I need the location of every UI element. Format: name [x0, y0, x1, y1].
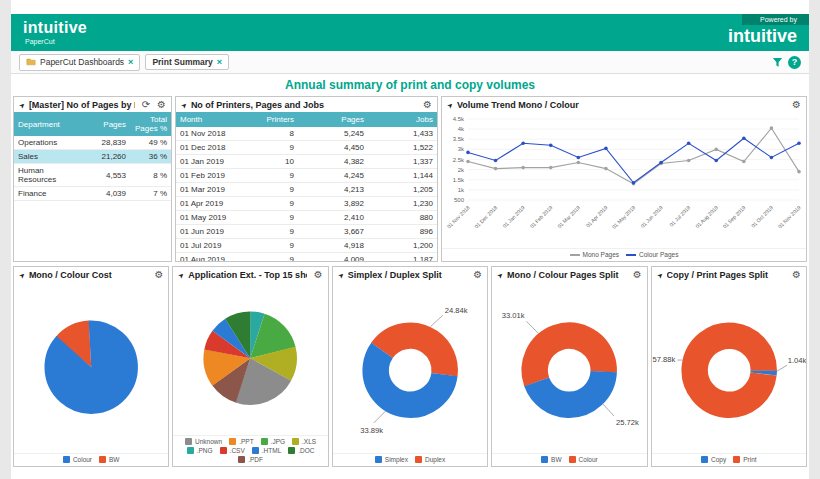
simplex-duplex-donut[interactable]: 24.84k33.89k — [333, 282, 487, 453]
panel-title: No of Printers, Pages and Jobs — [191, 100, 416, 110]
legend-item: Mono Pages — [570, 251, 620, 258]
svg-text:01 Oct 2019: 01 Oct 2019 — [750, 204, 774, 228]
legend-item: .XLS — [292, 438, 316, 445]
column-header[interactable]: Month — [176, 112, 252, 127]
table-row[interactable]: Human Resources4,5538 % — [14, 164, 171, 187]
help-icon[interactable]: ? — [788, 56, 801, 69]
drilldown-arrow-icon: ➤ — [17, 270, 26, 279]
svg-text:01 Aug 2019: 01 Aug 2019 — [694, 204, 719, 229]
panel-title: Application Ext. - Top 15 shown — [188, 270, 307, 280]
table-row[interactable]: 01 Nov 201885,2451,433 — [176, 127, 437, 141]
legend-item: Duplex — [415, 456, 445, 463]
column-header[interactable]: Pages — [86, 112, 130, 136]
svg-text:1.04k: 1.04k — [787, 356, 806, 365]
close-icon[interactable]: × — [217, 58, 222, 67]
svg-text:01 Apr 2019: 01 Apr 2019 — [585, 204, 609, 228]
brand-logo: intuitive PaperCut — [23, 14, 87, 51]
table-row[interactable]: 01 Mar 201994,2131,205 — [176, 183, 437, 197]
mono-colour-cost-pie[interactable] — [14, 282, 168, 453]
panel-title: Copy / Print Pages Split — [667, 270, 786, 280]
close-icon[interactable]: × — [128, 58, 133, 67]
drilldown-arrow-icon: ➤ — [496, 270, 505, 279]
table-row[interactable]: 01 Aug 201994,0091,187 — [176, 253, 437, 262]
panel-volume-trend: ➤ Volume Trend Mono / Colour ⚙ 5001k1.5k… — [441, 96, 807, 262]
table-row[interactable]: 01 Feb 201994,2451,144 — [176, 169, 437, 183]
intuitive-logo: intuitive — [23, 20, 87, 36]
legend-item: .PDF — [238, 456, 263, 463]
svg-text:01 Mar 2019: 01 Mar 2019 — [556, 204, 581, 229]
table-row[interactable]: 01 Jan 2019104,3821,337 — [176, 155, 437, 169]
table-row[interactable]: 01 May 201992,410880 — [176, 211, 437, 225]
column-header[interactable]: Department — [14, 112, 86, 136]
gear-icon[interactable]: ⚙ — [633, 270, 642, 280]
refresh-icon[interactable]: ⟳ — [142, 100, 150, 110]
chart-legend: Mono PagesColour Pages — [442, 248, 806, 261]
legend-item: .JPG — [261, 438, 285, 445]
gear-icon[interactable]: ⚙ — [792, 270, 801, 280]
panel-pages-by-department: ➤ [Master] No of Pages by Department ⟳ ⚙… — [13, 96, 172, 262]
svg-text:24.84k: 24.84k — [445, 307, 468, 316]
legend-item: Copy — [701, 456, 726, 463]
table-row[interactable]: 01 Dec 201894,4501,522 — [176, 141, 437, 155]
svg-text:01 Sep 2019: 01 Sep 2019 — [721, 204, 746, 229]
panel-printers-pages-jobs: ➤ No of Printers, Pages and Jobs ⚙ Month… — [175, 96, 438, 262]
column-header[interactable]: Total Pages % — [130, 112, 171, 136]
column-header[interactable]: Jobs — [368, 112, 437, 127]
gear-icon[interactable]: ⚙ — [157, 100, 166, 110]
copy-print-pages-donut[interactable]: 57.88k1.04k — [652, 282, 806, 453]
tab-print-summary[interactable]: Print Summary × — [145, 54, 229, 70]
panel-mono-colour-cost: ➤ Mono / Colour Cost ⚙ ColourBW — [13, 266, 169, 467]
chart-legend: BWColour — [492, 453, 646, 466]
svg-text:4.5k: 4.5k — [453, 116, 465, 122]
top-panel-row: ➤ [Master] No of Pages by Department ⟳ ⚙… — [11, 96, 809, 262]
department-table[interactable]: DepartmentPagesTotal Pages %Operations28… — [14, 112, 171, 261]
page-title: Annual summary of print and copy volumes — [11, 74, 809, 96]
chart-legend: SimplexDuplex — [333, 453, 487, 466]
panel-title: Mono / Colour Pages Split — [507, 270, 626, 280]
gear-icon[interactable]: ⚙ — [473, 270, 482, 280]
filter-funnel-icon[interactable] — [772, 57, 783, 68]
app-header: intuitive PaperCut Powered by intuitive — [11, 14, 809, 51]
gear-icon[interactable]: ⚙ — [314, 270, 323, 280]
svg-text:33.89k: 33.89k — [360, 427, 383, 436]
legend-item: BW — [99, 456, 119, 463]
svg-text:3.5k: 3.5k — [453, 136, 465, 142]
gear-icon[interactable]: ⚙ — [154, 270, 163, 280]
drilldown-arrow-icon: ➤ — [177, 270, 186, 279]
svg-text:57.88k: 57.88k — [652, 355, 675, 364]
gear-icon[interactable]: ⚙ — [423, 100, 432, 110]
legend-item: Simplex — [375, 456, 408, 463]
volume-trend-line-chart[interactable]: 5001k1.5k2k2.5k3k3.5k4k4.5k01 Nov 201801… — [442, 112, 806, 248]
mono-colour-pages-donut[interactable]: 33.01k25.72k — [492, 282, 646, 453]
gear-icon[interactable]: ⚙ — [792, 100, 801, 110]
table-row[interactable]: Sales21,26036 % — [14, 150, 171, 164]
panel-title: Mono / Colour Cost — [29, 270, 148, 280]
svg-text:25.72k: 25.72k — [616, 418, 639, 427]
legend-item: Print — [733, 456, 756, 463]
svg-text:01 Dec 2018: 01 Dec 2018 — [473, 204, 498, 229]
column-header[interactable]: Pages — [298, 112, 368, 127]
application-ext-pie[interactable] — [173, 282, 327, 435]
svg-text:1.5k: 1.5k — [453, 177, 465, 183]
table-row[interactable]: 01 Apr 201993,8921,230 — [176, 197, 437, 211]
table-row[interactable]: Finance4,0397 % — [14, 187, 171, 201]
svg-text:01 Nov 2018: 01 Nov 2018 — [446, 204, 471, 229]
tab-papercut-dashboards[interactable]: PaperCut Dashboards × — [19, 54, 140, 71]
drilldown-arrow-icon: ➤ — [336, 270, 345, 279]
table-row[interactable]: Operations28,83949 % — [14, 136, 171, 150]
panel-copy-print-pages: ➤ Copy / Print Pages Split ⚙ 57.88k1.04k… — [651, 266, 807, 467]
column-header[interactable]: Printers — [252, 112, 298, 127]
powered-by-logo: intuitive — [728, 25, 809, 45]
panel-mono-colour-pages: ➤ Mono / Colour Pages Split ⚙ 33.01k25.7… — [491, 266, 647, 467]
printers-table[interactable]: MonthPrintersPagesJobs01 Nov 201885,2451… — [176, 112, 437, 261]
svg-text:2.5k: 2.5k — [453, 157, 465, 163]
table-row[interactable]: 01 Jul 201994,9181,200 — [176, 239, 437, 253]
chart-legend: CopyPrint — [652, 453, 806, 466]
panel-title: [Master] No of Pages by Department — [29, 100, 135, 110]
legend-item: Colour — [569, 456, 598, 463]
panel-title: Volume Trend Mono / Colour — [457, 100, 785, 110]
svg-text:01 Jun 2019: 01 Jun 2019 — [639, 204, 664, 229]
svg-text:500: 500 — [454, 197, 465, 203]
legend-item: .HTML — [252, 447, 282, 454]
table-row[interactable]: 01 Jun 201993,667896 — [176, 225, 437, 239]
